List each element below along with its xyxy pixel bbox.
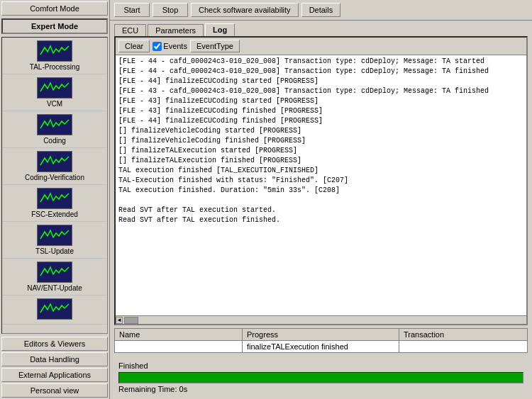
sidebar-label-vcm: VCM — [47, 100, 62, 108]
log-line: TAL-Execution finished with status: "Fin… — [118, 176, 523, 186]
col-transaction-header: Transaction — [399, 329, 527, 340]
log-line: [] finalizeTALExecution finished [PROGRE… — [118, 156, 523, 166]
sidebar-icon-tal-processing — [37, 40, 72, 62]
progress-bar-container — [118, 372, 523, 383]
scroll-left-arrow[interactable]: ◄ — [116, 317, 123, 324]
sidebar-item-coding-verification[interactable]: Coding-Verification — [2, 148, 107, 185]
progress-table-header: Name Progress Transaction — [114, 328, 528, 340]
sidebar-items-container: TAL-Processing VCM Coding Coding-Verific… — [1, 37, 108, 334]
bottom-status: Finished Remaining Time: 0s — [114, 359, 528, 396]
horizontal-scrollbar[interactable]: ◄ — [116, 315, 526, 324]
sidebar-label-nav-ent-update: NAV/ENT-Update — [27, 284, 82, 292]
sidebar-item-coding[interactable]: Coding — [2, 111, 107, 148]
log-line — [118, 196, 523, 206]
sidebar-icon-coding — [37, 114, 72, 135]
tab-parameters[interactable]: Parameters — [148, 24, 204, 36]
sidebar-label-coding-verification: Coding-Verification — [25, 174, 84, 181]
sidebar-icon-fsc-extended — [37, 188, 72, 209]
sidebar-icon-vcm — [37, 77, 72, 99]
progress-table: Name Progress Transaction finalizeTALExe… — [114, 328, 528, 353]
sidebar-label-coding: Coding — [43, 137, 66, 145]
sidebar-label-tal-processing: TAL-Processing — [30, 63, 79, 71]
log-line: [] finalizeVehicleCoding started [PROGRE… — [118, 126, 523, 136]
log-toolbar: Clear Events EventType — [116, 38, 526, 55]
tabs-bar: ECUParametersLog — [110, 21, 532, 36]
stop-button[interactable]: Stop — [153, 3, 188, 17]
col-progress-header: Progress — [243, 329, 399, 340]
row-progress: finalizeTALExecution finished — [243, 341, 399, 352]
event-type-button[interactable]: EventType — [190, 40, 240, 52]
sidebar-bottom-buttons: Editors & ViewersData HandlingExternal A… — [0, 335, 109, 399]
sidebar-item-vcm[interactable]: VCM — [2, 74, 107, 111]
sidebar-icon-item8 — [37, 298, 72, 320]
row-transaction — [399, 341, 527, 352]
tab-log[interactable]: Log — [205, 23, 235, 36]
row-name — [115, 341, 243, 352]
log-panel: Clear Events EventType [FLE - 44 - cafd_… — [114, 36, 528, 325]
events-checkbox-container: Events — [153, 42, 187, 51]
log-line: Read SVT after TAL execution started. — [118, 206, 523, 215]
events-checkbox[interactable] — [153, 42, 162, 51]
personal-view-button[interactable]: Personal view — [1, 383, 108, 398]
start-button[interactable]: Start — [114, 3, 150, 17]
toolbar: Start Stop Check software availability D… — [110, 0, 532, 21]
log-line: Read SVT after TAL execution finished. — [118, 215, 523, 225]
progress-table-row: finalizeTALExecution finished — [114, 340, 528, 353]
log-line: [FLE - 44] finalizeECUCoding finished [P… — [118, 116, 523, 126]
log-line: [] finalizeVehicleCoding finished [PROGR… — [118, 136, 523, 146]
data-handling-button[interactable]: Data Handling — [1, 352, 108, 366]
status-label: Finished — [118, 361, 523, 370]
clear-button[interactable]: Clear — [118, 40, 150, 52]
sidebar-icon-coding-verification — [37, 151, 72, 172]
sidebar-top: Comfort Mode Expert Mode — [0, 0, 109, 35]
log-line: TAL execution finished [TAL_EXECUTION_FI… — [118, 166, 523, 176]
sidebar-label-fsc-extended: FSC-Extended — [31, 210, 78, 218]
sidebar-item-nav-ent-update[interactable]: NAV/ENT-Update — [2, 259, 107, 296]
scroll-thumb[interactable] — [124, 317, 138, 324]
sidebar-item-tsl-update[interactable]: TSL-Update — [2, 222, 107, 259]
sidebar-item-tal-processing[interactable]: TAL-Processing — [2, 38, 107, 74]
sidebar-icon-nav-ent-update — [37, 262, 72, 283]
comfort-mode-button[interactable]: Comfort Mode — [1, 1, 108, 16]
col-name-header: Name — [115, 329, 243, 340]
log-line: [FLE - 44 - cafd_000024c3-010_020_008] T… — [118, 57, 523, 67]
sidebar-icon-tsl-update — [37, 225, 72, 246]
expert-mode-button[interactable]: Expert Mode — [1, 18, 108, 34]
sidebar-item-fsc-extended[interactable]: FSC-Extended — [2, 185, 107, 222]
check-software-button[interactable]: Check software availability — [191, 3, 299, 17]
remaining-time: Remaining Time: 0s — [118, 385, 523, 393]
tab-ecu[interactable]: ECU — [114, 24, 146, 36]
log-content[interactable]: [FLE - 44 - cafd_000024c3-010_020_008] T… — [116, 55, 526, 315]
events-label: Events — [163, 42, 187, 50]
sidebar-label-tsl-update: TSL-Update — [35, 247, 74, 255]
log-line: [FLE - 43] finalizeECUCoding finished [P… — [118, 106, 523, 116]
progress-bar-fill — [119, 373, 523, 383]
main-content: Start Stop Check software availability D… — [110, 0, 532, 399]
log-line: TAL execution finished. Duration: "5min … — [118, 186, 523, 196]
log-line: [FLE - 44] finalizeECUCoding started [PR… — [118, 77, 523, 86]
details-button[interactable]: Details — [301, 3, 341, 17]
log-line: [FLE - 43] finalizeECUCoding started [PR… — [118, 96, 523, 106]
log-line: [FLE - 43 - cafd_000024c3-010_020_008] T… — [118, 86, 523, 96]
sidebar: Comfort Mode Expert Mode TAL-Processing … — [0, 0, 110, 399]
sidebar-item-item8[interactable] — [2, 296, 107, 325]
log-line: [FLE - 44 - cafd_000024c3-010_020_008] T… — [118, 67, 523, 77]
external-applications-button[interactable]: External Applications — [1, 368, 108, 382]
log-line: [] finalizeTALExecution started [PROGRES… — [118, 146, 523, 156]
editors-viewers-button[interactable]: Editors & Viewers — [1, 337, 108, 351]
